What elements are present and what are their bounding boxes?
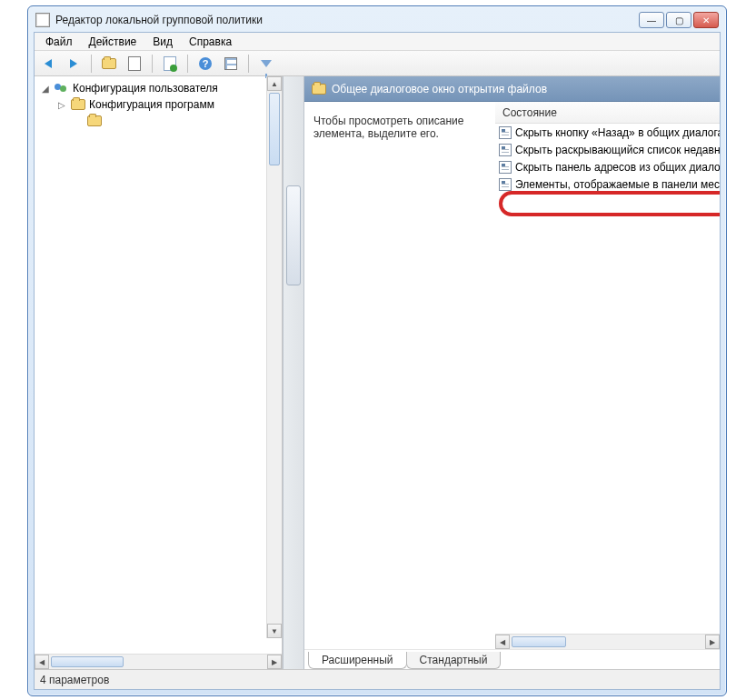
- client-area: Файл Действие Вид Справка ?: [34, 32, 721, 690]
- toolbar-separator: [152, 55, 153, 73]
- arrow-left-icon: [45, 59, 52, 68]
- folder-icon: [87, 115, 102, 126]
- users-icon: [55, 82, 69, 95]
- scrollbar-thumb[interactable]: [512, 636, 566, 647]
- statusbar-text: 4 параметров: [40, 674, 109, 686]
- highlight-annotation: [499, 191, 720, 216]
- policy-item[interactable]: Скрыть панель адресов из общих диалогов: [495, 158, 720, 175]
- policy-item[interactable]: Скрыть раскрывающийся список недавно о: [495, 141, 720, 158]
- minimize-button[interactable]: —: [639, 12, 664, 28]
- policy-item-label: Элементы, отображаемые в панели мест: [515, 178, 720, 191]
- splitter-grip-icon: [286, 185, 301, 285]
- toolbar-separator: [248, 55, 249, 73]
- column-header-state[interactable]: Состояние: [495, 102, 720, 124]
- tree-vertical-scrollbar[interactable]: ▲ ▼: [266, 76, 282, 638]
- statusbar: 4 параметров: [35, 669, 720, 689]
- nav-forward-button[interactable]: [64, 54, 84, 74]
- details-body: Чтобы просмотреть описание элемента, выд…: [304, 102, 720, 634]
- properties-icon: [224, 57, 237, 70]
- expand-toggle-icon[interactable]: ▷: [56, 100, 67, 110]
- help-icon: ?: [199, 57, 212, 70]
- column-header-label: Состояние: [502, 106, 557, 119]
- policy-item-places-bar[interactable]: Элементы, отображаемые в панели мест: [495, 175, 720, 193]
- window-title: Редактор локальной групповой политики: [55, 14, 263, 26]
- tree-node-empty[interactable]: [36, 113, 280, 129]
- properties-button[interactable]: [221, 54, 241, 74]
- sheet-export-icon: [164, 56, 176, 71]
- arrow-right-icon: [70, 59, 77, 68]
- description-hint: Чтобы просмотреть описание элемента, выд…: [313, 115, 486, 140]
- toolbar-separator: [91, 55, 92, 73]
- tab-extended[interactable]: Расширенный: [308, 652, 407, 669]
- menu-file[interactable]: Файл: [38, 34, 80, 50]
- scroll-up-button[interactable]: ▲: [267, 76, 282, 91]
- funnel-icon: [261, 60, 272, 67]
- policy-item-label: Скрыть кнопку «Назад» в общих диалогах о: [515, 126, 720, 139]
- titlebar: Редактор локальной групповой политики — …: [34, 12, 721, 32]
- policy-item[interactable]: Скрыть кнопку «Назад» в общих диалогах о: [495, 124, 720, 141]
- details-header: Общее диалоговое окно открытия файлов: [304, 76, 720, 102]
- folder-icon: [71, 99, 85, 110]
- splitter[interactable]: [283, 76, 304, 669]
- menu-view[interactable]: Вид: [145, 34, 180, 50]
- scroll-left-button[interactable]: ◀: [495, 635, 510, 649]
- scrollbar-thumb[interactable]: [269, 93, 280, 165]
- policy-item-label: Скрыть панель адресов из общих диалогов: [515, 161, 720, 174]
- app-icon: [35, 13, 50, 27]
- maximize-button[interactable]: ▢: [666, 12, 691, 28]
- details-header-title: Общее диалоговое окно открытия файлов: [332, 83, 547, 95]
- tree-node-label: Конфигурация программ: [89, 98, 214, 111]
- window-controls: — ▢ ✕: [639, 12, 719, 28]
- toolbar: ?: [35, 51, 720, 76]
- app-window: Редактор локальной групповой политики — …: [27, 5, 727, 696]
- tree-horizontal-scrollbar[interactable]: ◀ ▶: [35, 654, 282, 669]
- folder-icon: [312, 84, 326, 95]
- show-tree-button[interactable]: [124, 54, 144, 74]
- toolbar-separator: [187, 55, 188, 73]
- scrollbar-thumb[interactable]: [51, 656, 124, 667]
- tree-node-user-config[interactable]: ◢ Конфигурация пользователя: [36, 80, 280, 96]
- menu-action[interactable]: Действие: [82, 34, 144, 50]
- policy-setting-icon: [499, 161, 512, 174]
- tree-icon: [128, 56, 141, 71]
- tab-standard[interactable]: Стандартный: [406, 652, 502, 669]
- scroll-right-button[interactable]: ▶: [705, 635, 720, 649]
- scroll-left-button[interactable]: ◀: [35, 655, 49, 669]
- help-button[interactable]: ?: [195, 54, 215, 74]
- content-body: ◢ Конфигурация пользователя ▷ Конфигурац…: [35, 76, 720, 669]
- nav-back-button[interactable]: [38, 54, 58, 74]
- menubar: Файл Действие Вид Справка: [35, 33, 720, 51]
- scroll-right-button[interactable]: ▶: [267, 655, 282, 669]
- tree-node-label: Конфигурация пользователя: [73, 82, 218, 95]
- menu-help[interactable]: Справка: [182, 34, 239, 50]
- policy-setting-icon: [499, 178, 512, 191]
- filter-button[interactable]: [256, 54, 276, 74]
- policy-tree[interactable]: ◢ Конфигурация пользователя ▷ Конфигурац…: [35, 76, 282, 654]
- policy-setting-icon: [499, 126, 512, 139]
- up-folder-button[interactable]: [99, 54, 119, 74]
- policy-list: Состояние Скрыть кнопку «Назад» в общих …: [495, 102, 720, 634]
- policy-setting-icon: [499, 144, 512, 156]
- folder-up-icon: [102, 58, 116, 69]
- policy-item-label: Скрыть раскрывающийся список недавно о: [515, 144, 720, 156]
- export-button[interactable]: [160, 54, 180, 74]
- details-pane: Общее диалоговое окно открытия файлов Чт…: [304, 76, 720, 669]
- details-horizontal-scrollbar[interactable]: ◀ ▶: [495, 634, 720, 649]
- view-tabs: Расширенный Стандартный: [304, 649, 720, 669]
- scroll-down-button[interactable]: ▼: [267, 624, 282, 638]
- description-column: Чтобы просмотреть описание элемента, выд…: [304, 102, 495, 634]
- collapse-toggle-icon[interactable]: ◢: [40, 84, 51, 94]
- tree-node-programs-config[interactable]: ▷ Конфигурация программ: [36, 96, 280, 113]
- close-button[interactable]: ✕: [693, 12, 719, 28]
- tree-pane: ◢ Конфигурация пользователя ▷ Конфигурац…: [35, 76, 283, 669]
